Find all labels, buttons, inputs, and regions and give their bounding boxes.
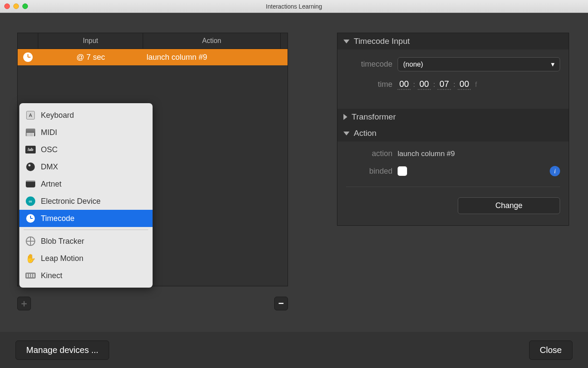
clock-icon — [23, 52, 33, 62]
table-row[interactable]: @ 7 sec launch column #9 — [18, 49, 288, 65]
window-title: Interactions Learning — [0, 3, 588, 10]
input-type-popup: AKeyboard MIDI /abOSC DMX Artnet ∞Electr… — [19, 103, 153, 288]
inspector-panel: Timecode Input timecode (none) ▾ time 00… — [337, 33, 569, 226]
action-label: action — [346, 149, 398, 158]
popup-item-electronic[interactable]: ∞Electronic Device — [19, 193, 153, 210]
col-icon — [18, 33, 38, 49]
close-button[interactable]: Close — [529, 340, 573, 360]
binded-label: binded — [346, 167, 398, 176]
kinect-icon — [25, 273, 36, 279]
section-transformer-header[interactable]: Transformer — [337, 109, 569, 125]
separator — [24, 230, 148, 230]
keyboard-icon: A — [26, 111, 35, 120]
col-spacer — [281, 33, 288, 49]
popup-item-leap[interactable]: ✋Leap Motion — [19, 250, 153, 267]
popup-item-kinect[interactable]: Kinect — [19, 267, 153, 284]
chevron-down-icon — [343, 132, 349, 135]
action-value: launch column #9 — [398, 150, 455, 158]
plus-icon: ＋ — [19, 297, 29, 310]
popup-item-osc[interactable]: /abOSC — [19, 141, 153, 158]
time-label: time — [346, 80, 398, 89]
binded-checkbox[interactable] — [398, 166, 407, 176]
titlebar: Interactions Learning — [0, 0, 588, 13]
footer: Manage devices ... Close — [0, 332, 588, 368]
chevron-right-icon — [343, 114, 347, 120]
popup-item-keyboard[interactable]: AKeyboard — [19, 107, 153, 124]
info-icon[interactable]: i — [550, 166, 560, 176]
chevron-down-icon — [343, 40, 349, 43]
manage-devices-button[interactable]: Manage devices ... — [15, 340, 109, 360]
col-input: Input — [38, 33, 143, 49]
col-action: Action — [143, 33, 281, 49]
osc-icon: /ab — [25, 146, 36, 153]
section-action-header[interactable]: Action — [337, 125, 569, 141]
popup-item-midi[interactable]: MIDI — [19, 124, 153, 141]
divider — [346, 187, 560, 187]
artnet-icon — [26, 181, 35, 187]
section-timecode-header[interactable]: Timecode Input — [337, 33, 569, 49]
popup-item-dmx[interactable]: DMX — [19, 158, 153, 175]
popup-item-blob[interactable]: Blob Tracker — [19, 233, 153, 250]
remove-button[interactable]: − — [274, 297, 288, 310]
timecode-icon — [26, 214, 35, 223]
dmx-icon — [26, 163, 35, 171]
change-button[interactable]: Change — [458, 197, 560, 214]
add-button[interactable]: ＋ — [17, 297, 31, 310]
midi-icon — [26, 129, 35, 136]
chevron-down-icon: ▾ — [551, 60, 554, 68]
minus-icon: − — [279, 298, 284, 309]
electronic-icon: ∞ — [26, 196, 35, 206]
popup-item-timecode[interactable]: Timecode — [19, 210, 153, 227]
timecode-dropdown[interactable]: (none) ▾ — [398, 57, 560, 71]
time-input[interactable]: 00: 00: 07: 00 f — [398, 79, 560, 90]
popup-item-artnet[interactable]: Artnet — [19, 175, 153, 193]
row-action: launch column #9 — [143, 53, 281, 62]
timecode-label: timecode — [346, 60, 398, 69]
leap-icon: ✋ — [25, 253, 36, 264]
row-input: @ 7 sec — [38, 53, 143, 62]
blob-icon — [26, 236, 35, 246]
